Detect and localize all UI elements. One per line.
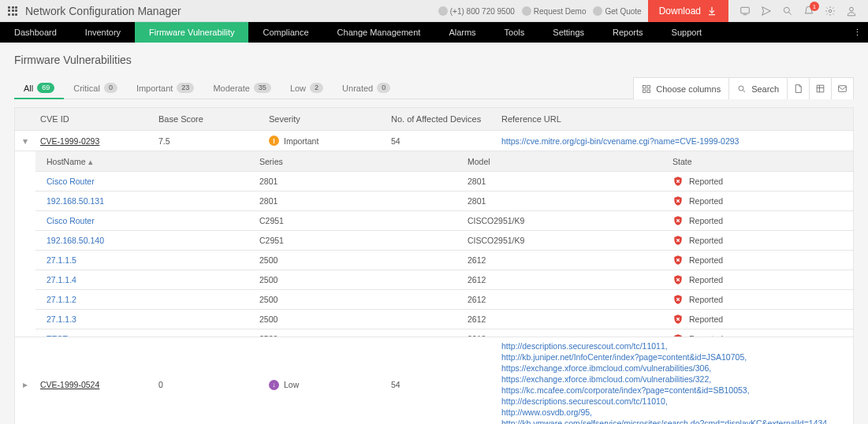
subcol-state[interactable]: State xyxy=(672,157,853,166)
severity-icon: ↓ xyxy=(269,380,279,390)
device-series: 2500 xyxy=(259,314,468,324)
search-button[interactable]: Search xyxy=(729,77,788,99)
device-row: 27.1.1.525002612Reported xyxy=(35,250,853,270)
email-button[interactable] xyxy=(832,77,854,99)
menu-item-compliance[interactable]: Compliance xyxy=(248,22,322,43)
reference-link[interactable]: https://exchange.xforce.ibmcloud.com/vul… xyxy=(501,363,848,374)
reference-link[interactable]: http://descriptions.securescout.com/tc/1… xyxy=(501,340,848,351)
menu-item-inventory[interactable]: Inventory xyxy=(71,22,135,43)
tab-count: 23 xyxy=(177,83,194,93)
hostname-link[interactable]: 27.1.1.4 xyxy=(47,275,76,285)
menu-item-support[interactable]: Support xyxy=(658,22,717,43)
vulnerability-grid: CVE ID Base Score Severity No. of Affect… xyxy=(14,107,854,424)
device-series: C2951 xyxy=(259,236,468,245)
brand-title: Network Configuration Manager xyxy=(25,5,181,17)
subcol-series[interactable]: Series xyxy=(259,157,468,166)
reference-link[interactable]: https://exchange.xforce.ibmcloud.com/vul… xyxy=(501,374,848,385)
affected-count: 54 xyxy=(386,136,497,146)
menu-item-reports[interactable]: Reports xyxy=(598,22,658,43)
phone-icon xyxy=(438,6,448,16)
notifications-icon[interactable]: 1 xyxy=(803,6,814,17)
device-state: Reported xyxy=(672,333,853,337)
cve-link[interactable]: CVE-1999-0293 xyxy=(40,136,99,146)
col-affected[interactable]: No. of Affected Devices xyxy=(386,114,497,124)
hostname-link[interactable]: TEST xyxy=(47,334,68,337)
shield-icon xyxy=(672,176,684,187)
reference-link[interactable]: http://kb.juniper.net/InfoCenter/index?p… xyxy=(501,351,848,363)
shield-icon xyxy=(672,314,684,325)
row-expander[interactable]: ▾ xyxy=(15,136,35,147)
vuln-row: ▾CVE-1999-02937.5!Important54https://cve… xyxy=(15,130,853,151)
global-search-icon[interactable] xyxy=(782,6,793,17)
demo-icon xyxy=(522,6,531,16)
top-bar: Network Configuration Manager (+1) 800 7… xyxy=(0,0,868,22)
device-row: 27.1.1.325002612Reported xyxy=(35,309,853,329)
subcol-model[interactable]: Model xyxy=(468,157,672,166)
hostname-link[interactable]: 192.168.50.131 xyxy=(47,196,104,206)
shield-icon xyxy=(672,235,684,246)
tab-moderate[interactable]: Moderate35 xyxy=(203,77,281,99)
compass-icon[interactable] xyxy=(761,6,772,17)
get-quote-link[interactable]: Get Quote xyxy=(593,6,641,16)
csv-icon xyxy=(815,84,825,94)
tab-critical[interactable]: Critical0 xyxy=(64,77,127,99)
reference-link[interactable]: http://descriptions.securescout.com/tc/1… xyxy=(501,396,848,407)
mail-icon xyxy=(837,84,848,94)
screencast-icon[interactable] xyxy=(739,6,751,17)
download-button[interactable]: Download xyxy=(648,0,728,22)
svg-rect-6 xyxy=(643,90,646,93)
hostname-link[interactable]: Cisco Router xyxy=(47,216,95,225)
export-csv-button[interactable] xyxy=(810,77,832,99)
menu-more-icon[interactable]: ⋮ xyxy=(851,22,863,43)
col-severity[interactable]: Severity xyxy=(264,114,386,124)
phone-link[interactable]: (+1) 800 720 9500 xyxy=(438,6,515,16)
columns-icon xyxy=(642,84,651,94)
menu-item-alarms[interactable]: Alarms xyxy=(434,22,490,43)
svg-point-2 xyxy=(829,9,832,13)
reference-link[interactable]: https://kc.mcafee.com/corporate/index?pa… xyxy=(501,385,848,396)
hostname-link[interactable]: 27.1.1.5 xyxy=(47,255,76,265)
tab-unrated[interactable]: Unrated0 xyxy=(333,77,400,99)
device-model: 2612 xyxy=(468,275,672,285)
row-expander[interactable]: ▸ xyxy=(15,379,35,390)
col-cve[interactable]: CVE ID xyxy=(35,114,154,124)
col-base[interactable]: Base Score xyxy=(154,114,264,124)
device-row: 27.1.1.425002612Reported xyxy=(35,270,853,289)
severity: !Important xyxy=(269,136,382,146)
device-series: 2500 xyxy=(259,295,468,304)
reference-link[interactable]: http://www.osvdb.org/95, xyxy=(501,407,848,418)
tab-all[interactable]: All69 xyxy=(14,77,64,99)
apps-icon[interactable] xyxy=(8,6,17,16)
request-demo-link[interactable]: Request Demo xyxy=(522,6,587,16)
hostname-link[interactable]: 192.168.50.140 xyxy=(47,236,104,245)
vuln-row: ▸CVE-1999-05240↓Low54http://descriptions… xyxy=(15,337,853,424)
menu-item-tools[interactable]: Tools xyxy=(490,22,539,43)
device-model: CISCO2951/K9 xyxy=(468,216,672,225)
subcol-host[interactable]: HostName ▴ xyxy=(47,157,259,166)
device-series: 2500 xyxy=(259,334,468,337)
menu-item-dashboard[interactable]: Dashboard xyxy=(0,22,71,43)
hostname-link[interactable]: Cisco Router xyxy=(47,177,95,186)
choose-columns-button[interactable]: Choose columns xyxy=(633,77,729,99)
tab-low[interactable]: Low2 xyxy=(281,77,333,99)
svg-point-3 xyxy=(850,7,854,11)
menu-item-firmware-vulnerability[interactable]: Firmware Vulnerability xyxy=(135,22,248,43)
subtable-body[interactable]: Cisco Router28012801Reported192.168.50.1… xyxy=(35,171,853,337)
user-icon[interactable] xyxy=(846,6,857,17)
cve-link[interactable]: CVE-1999-0524 xyxy=(40,380,99,389)
menu-item-settings[interactable]: Settings xyxy=(538,22,598,43)
device-state: Reported xyxy=(672,294,853,305)
hostname-link[interactable]: 27.1.1.3 xyxy=(47,314,76,324)
col-reference[interactable]: Reference URL xyxy=(497,114,853,124)
reference-link[interactable]: http://kb.vmware.com/selfservice/microsi… xyxy=(501,418,848,424)
menu-item-change-management[interactable]: Change Management xyxy=(323,22,435,43)
reference-link[interactable]: https://cve.mitre.org/cgi-bin/cvename.cg… xyxy=(501,136,848,147)
device-state: Reported xyxy=(672,255,853,266)
settings-gear-icon[interactable] xyxy=(825,6,836,17)
device-row: 192.168.50.13128012801Reported xyxy=(35,191,853,210)
device-model: 2612 xyxy=(468,314,672,324)
export-pdf-button[interactable] xyxy=(788,77,810,99)
device-model: 2801 xyxy=(468,196,672,206)
tab-important[interactable]: Important23 xyxy=(127,77,203,99)
hostname-link[interactable]: 27.1.1.2 xyxy=(47,295,76,304)
